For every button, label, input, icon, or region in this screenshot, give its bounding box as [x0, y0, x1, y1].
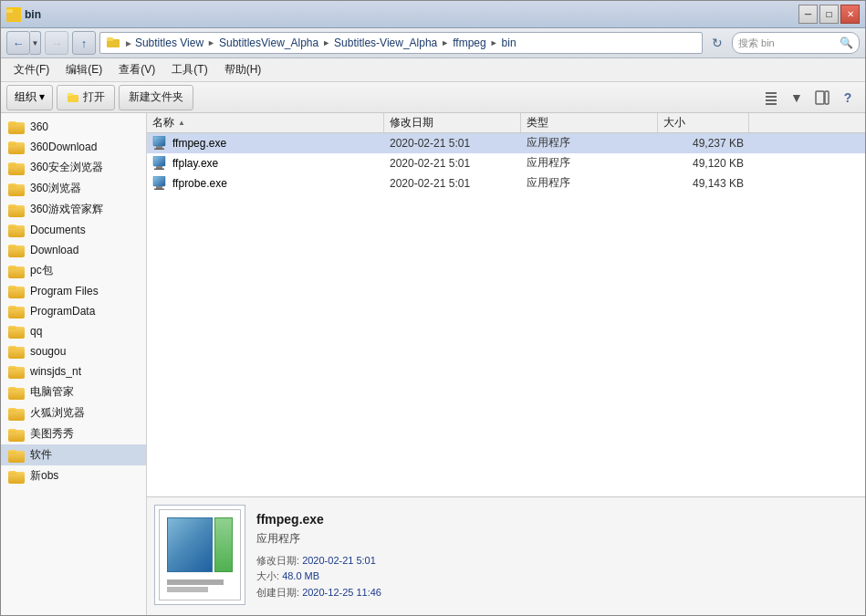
organize-button[interactable]: 组织 ▾ [6, 85, 53, 110]
file-row-ffplay[interactable]: ffplay.exe 2020-02-21 5:01 应用程序 49,120 K… [147, 153, 865, 173]
nav-back-group: ← ▼ [6, 31, 41, 55]
path-item-1[interactable]: Subtitles View [135, 37, 203, 49]
sidebar-label-pcguard: 电脑管家 [30, 384, 74, 400]
sidebar-item-programfiles[interactable]: Program Files [1, 281, 146, 301]
title-bar: bin ─ □ ✕ [1, 1, 865, 28]
back-button[interactable]: ← [6, 31, 30, 55]
path-arrow-3: ► [441, 38, 449, 47]
sidebar-item-download[interactable]: Download [1, 240, 146, 260]
sidebar-item-360[interactable]: 360 [1, 117, 146, 137]
sidebar-item-360browser[interactable]: 360安全浏览器 [1, 157, 146, 178]
new-folder-button[interactable]: 新建文件夹 [119, 85, 193, 110]
menu-edit[interactable]: 编辑(E) [58, 60, 110, 79]
file-cell-name-ffprobe: ffprobe.exe [147, 173, 384, 193]
svg-rect-8 [766, 99, 777, 101]
close-button[interactable]: ✕ [840, 5, 860, 24]
menu-tools[interactable]: 工具(T) [164, 60, 214, 79]
path-arrow-2: ► [322, 38, 330, 47]
sidebar-item-sougou[interactable]: sougou [1, 341, 146, 361]
preview-bar2 [167, 587, 208, 592]
exe-icon-ffmpeg [152, 136, 169, 151]
sidebar-label-programfiles: Program Files [30, 285, 99, 298]
folder-icon-360 [8, 120, 26, 134]
view-dropdown-button[interactable]: ▼ [785, 86, 809, 110]
folder-icon-360game [8, 203, 26, 217]
menu-bar: 文件(F) 编辑(E) 查看(V) 工具(T) 帮助(H) [1, 58, 865, 82]
sidebar-item-documents[interactable]: Documents [1, 220, 146, 240]
folder-icon-programdata [8, 304, 26, 318]
svg-rect-11 [825, 91, 829, 104]
menu-file[interactable]: 文件(F) [6, 60, 57, 79]
col-size-label: 大小 [663, 115, 685, 131]
preview-pane-button[interactable] [810, 86, 834, 110]
sidebar-label-360web: 360浏览器 [30, 181, 81, 196]
svg-rect-23 [154, 188, 164, 190]
col-header-type[interactable]: 类型 [521, 113, 658, 132]
col-header-name[interactable]: 名称 ▲ [147, 113, 384, 132]
main-area: 360 360Download 360安全浏览器 360浏览器 360游戏管家辉… [1, 113, 865, 615]
sidebar-item-meitu[interactable]: 美图秀秀 [1, 423, 146, 444]
preview-screen [167, 517, 213, 572]
title-bar-text: bin [25, 8, 798, 21]
search-icon[interactable]: 🔍 [840, 37, 853, 49]
sidebar-item-newobs[interactable]: 新obs [1, 465, 146, 486]
path-item-5[interactable]: bin [502, 37, 516, 49]
file-cell-size-ffprobe: 49,143 KB [658, 173, 749, 193]
refresh-button[interactable]: ↻ [706, 32, 728, 54]
sidebar-label-firefox: 火狐浏览器 [30, 405, 85, 421]
col-header-date[interactable]: 修改日期 [384, 113, 521, 132]
sidebar-item-360download[interactable]: 360Download [1, 137, 146, 157]
search-box[interactable]: 搜索 bin 🔍 [732, 32, 860, 54]
file-cell-name-ffmpeg: ffmpeg.exe [147, 133, 384, 152]
toolbar-right-buttons: ▼ ? [759, 86, 860, 110]
back-dropdown[interactable]: ▼ [30, 31, 41, 55]
title-bar-buttons: ─ □ ✕ [798, 5, 860, 24]
minimize-button[interactable]: ─ [798, 5, 818, 24]
preview-filename: ffmpeg.exe [256, 512, 381, 527]
sidebar-item-programdata[interactable]: ProgramData [1, 301, 146, 321]
sidebar-label-pcbag: pc包 [30, 263, 53, 278]
open-icon [67, 91, 79, 104]
sidebar-item-qq[interactable]: qq [1, 321, 146, 341]
sidebar-item-firefox[interactable]: 火狐浏览器 [1, 402, 146, 423]
created-label: 创建日期: [256, 587, 299, 598]
modified-value: 2020-02-21 5:01 [302, 555, 376, 566]
open-button[interactable]: 打开 [57, 85, 115, 110]
help-button[interactable]: ? [836, 86, 860, 110]
menu-view[interactable]: 查看(V) [111, 60, 162, 79]
svg-rect-17 [153, 156, 165, 166]
file-cell-date-ffplay: 2020-02-21 5:01 [384, 153, 521, 172]
sidebar-item-pcbag[interactable]: pc包 [1, 260, 146, 281]
svg-rect-5 [68, 93, 73, 96]
file-row-ffmpeg[interactable]: ffmpeg.exe 2020-02-21 5:01 应用程序 49,237 K… [147, 133, 865, 153]
path-item-4[interactable]: ffmpeg [453, 37, 485, 49]
address-path[interactable]: ► Subtitles View ► SubtitlesView_Alpha ►… [99, 32, 703, 54]
path-item-2[interactable]: SubtitlesView_Alpha [219, 37, 318, 49]
preview-details: 修改日期: 2020-02-21 5:01 大小: 48.0 MB 创建日期: … [256, 553, 381, 601]
file-row-ffprobe[interactable]: ffprobe.exe 2020-02-21 5:01 应用程序 49,143 … [147, 173, 865, 193]
sidebar-label-ruanjian: 软件 [30, 447, 52, 463]
folder-icon-ruanjian [8, 448, 26, 463]
svg-rect-3 [107, 37, 113, 41]
file-list: ffmpeg.exe 2020-02-21 5:01 应用程序 49,237 K… [147, 133, 865, 496]
folder-icon-download [8, 243, 26, 257]
file-cell-type-ffplay: 应用程序 [521, 153, 658, 172]
created-value: 2020-12-25 11:46 [302, 587, 381, 598]
sidebar-item-ruanjian[interactable]: 软件 [1, 444, 146, 465]
sidebar-item-pcguard[interactable]: 电脑管家 [1, 381, 146, 402]
toolbar: 组织 ▾ 打开 新建文件夹 ▼ [1, 82, 865, 113]
forward-button[interactable]: → [45, 31, 68, 55]
view-list-button[interactable] [759, 86, 783, 110]
maximize-button[interactable]: □ [819, 5, 839, 24]
preview-size-row: 大小: 48.0 MB [256, 569, 381, 585]
col-header-size[interactable]: 大小 [658, 113, 749, 132]
sidebar-item-winsjds[interactable]: winsjds_nt [1, 361, 146, 381]
sidebar-item-360game[interactable]: 360游戏管家辉 [1, 199, 146, 220]
path-item-3[interactable]: Subtitles-View_Alpha [334, 37, 437, 49]
preview-filetype: 应用程序 [256, 531, 381, 547]
menu-help[interactable]: 帮助(H) [217, 60, 269, 79]
up-button[interactable]: ↑ [72, 31, 96, 55]
file-cell-type-ffmpeg: 应用程序 [521, 133, 658, 152]
exe-icon-ffprobe [152, 176, 169, 191]
sidebar-item-360web[interactable]: 360浏览器 [1, 178, 146, 199]
